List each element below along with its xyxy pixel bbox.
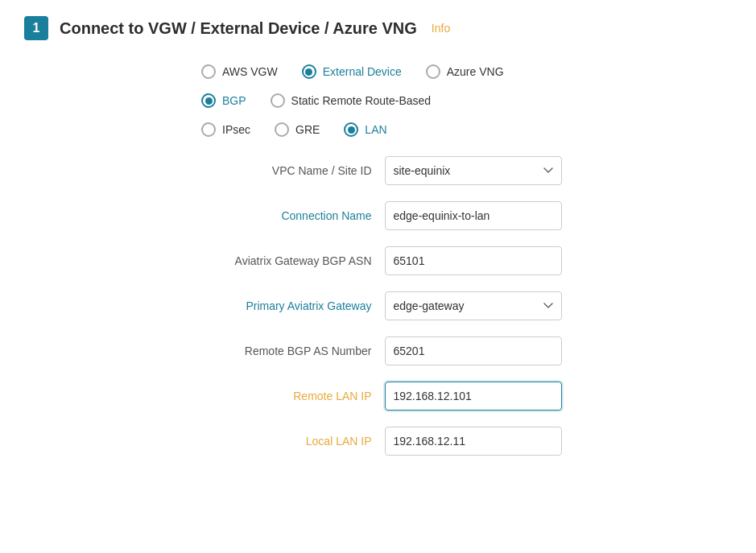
form-section: VPC Name / Site ID site-equinix site-aws…: [24, 156, 732, 456]
select-vpc-name[interactable]: site-equinix site-aws site-azure: [385, 156, 562, 185]
radio-aws-vgw-label: AWS VGW: [222, 65, 278, 78]
select-primary-gateway[interactable]: edge-gateway edge-gateway-2: [385, 291, 562, 320]
label-remote-lan-ip: Remote LAN IP: [195, 390, 372, 402]
form-row-local-lan-ip: Local LAN IP: [56, 427, 700, 456]
form-row-connection-name: Connection Name: [56, 201, 700, 230]
radio-external-device-label: External Device: [323, 65, 402, 78]
radio-section: AWS VGW External Device Azure VNG BGP: [24, 64, 732, 137]
radio-bgp-inner: [205, 97, 213, 105]
label-bgp-asn: Aviatrix Gateway BGP ASN: [195, 254, 372, 267]
radio-lan-inner: [348, 126, 355, 134]
label-vpc-name: VPC Name / Site ID: [195, 164, 372, 177]
radio-external-device-inner: [305, 68, 312, 76]
radio-lan[interactable]: LAN: [344, 122, 386, 137]
radio-azure-vng[interactable]: Azure VNG: [426, 64, 504, 79]
radio-external-device-circle: [302, 64, 316, 79]
radio-ipsec-circle: [201, 122, 216, 137]
radio-bgp-circle: [201, 93, 216, 108]
radio-ipsec[interactable]: IPsec: [201, 122, 250, 137]
radio-lan-label: LAN: [365, 123, 386, 136]
input-bgp-asn[interactable]: [385, 246, 562, 275]
radio-aws-vgw[interactable]: AWS VGW: [201, 64, 278, 79]
form-row-bgp-asn: Aviatrix Gateway BGP ASN: [56, 246, 700, 275]
label-remote-bgp-as: Remote BGP AS Number: [195, 345, 372, 357]
header: 1 Connect to VGW / External Device / Azu…: [24, 16, 732, 40]
form-row-vpc-name: VPC Name / Site ID site-equinix site-aws…: [56, 156, 700, 185]
radio-gre[interactable]: GRE: [275, 122, 320, 137]
radio-static-remote-circle: [271, 93, 285, 108]
page-container: 1 Connect to VGW / External Device / Azu…: [0, 0, 756, 472]
radio-external-device[interactable]: External Device: [302, 64, 402, 79]
step-badge: 1: [24, 16, 48, 40]
radio-ipsec-label: IPsec: [222, 123, 250, 136]
form-row-primary-gateway: Primary Aviatrix Gateway edge-gateway ed…: [56, 291, 700, 320]
radio-bgp-label: BGP: [222, 94, 246, 107]
form-row-remote-bgp-as: Remote BGP AS Number: [56, 336, 700, 365]
radio-aws-vgw-circle: [201, 64, 216, 79]
radio-lan-circle: [344, 122, 358, 137]
info-link[interactable]: Info: [432, 22, 450, 35]
radio-gre-circle: [275, 122, 289, 137]
connection-type-row: AWS VGW External Device Azure VNG: [201, 64, 732, 79]
page-title: Connect to VGW / External Device / Azure…: [60, 19, 417, 38]
input-local-lan-ip[interactable]: [385, 427, 562, 456]
form-row-remote-lan-ip: Remote LAN IP: [56, 382, 700, 411]
radio-azure-vng-circle: [426, 64, 440, 79]
tunnel-type-row: IPsec GRE LAN: [201, 122, 732, 137]
label-connection-name: Connection Name: [195, 209, 372, 222]
label-primary-gateway: Primary Aviatrix Gateway: [195, 299, 372, 312]
radio-azure-vng-label: Azure VNG: [447, 65, 504, 78]
radio-static-remote-label: Static Remote Route-Based: [291, 94, 432, 107]
input-connection-name[interactable]: [385, 201, 562, 230]
input-remote-lan-ip[interactable]: [385, 382, 562, 411]
radio-bgp[interactable]: BGP: [201, 93, 246, 108]
radio-gre-label: GRE: [295, 123, 320, 136]
label-local-lan-ip: Local LAN IP: [195, 435, 372, 448]
input-remote-bgp-as[interactable]: [385, 336, 562, 365]
radio-static-remote[interactable]: Static Remote Route-Based: [271, 93, 432, 108]
routing-type-row: BGP Static Remote Route-Based: [201, 93, 732, 108]
